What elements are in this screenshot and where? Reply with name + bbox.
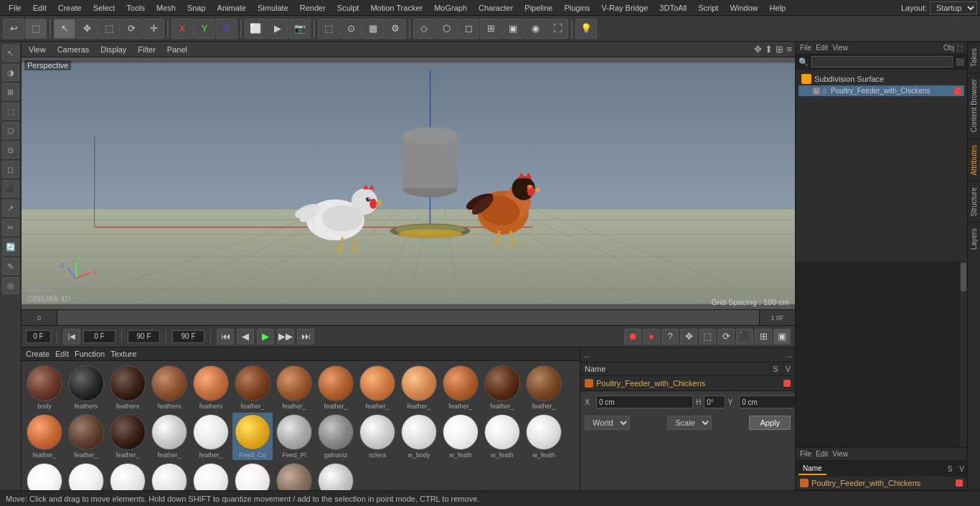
record-btn[interactable]: ⏺	[624, 329, 641, 345]
material-item-23[interactable]: w_feath	[440, 413, 481, 460]
menu-pipeline[interactable]: Pipeline	[519, 2, 558, 14]
material-item-1[interactable]: feathers	[66, 364, 106, 411]
material-item-0[interactable]: body	[24, 364, 65, 411]
scale-tool-button[interactable]: ⬚	[98, 19, 120, 39]
filter-menu[interactable]: Filter	[133, 44, 159, 55]
material-item-24[interactable]: w_feath	[482, 413, 522, 460]
vp-icon-2[interactable]: ⬆	[765, 44, 773, 55]
left-tool-6[interactable]: ⊙	[2, 141, 19, 159]
h-input[interactable]	[704, 395, 725, 408]
material-item-13[interactable]: feather_	[24, 413, 65, 460]
menu-create[interactable]: Create	[52, 2, 88, 14]
material-item-29[interactable]: w_feath	[149, 462, 189, 490]
material-item-11[interactable]: feather_	[482, 364, 522, 411]
material-item-27[interactable]: w_feath	[66, 462, 106, 490]
menu-simulate[interactable]: Simulate	[252, 2, 294, 14]
menu-snap[interactable]: Snap	[182, 2, 212, 14]
object-search-input[interactable]	[811, 56, 953, 67]
goto-end-btn[interactable]: ⏭	[297, 329, 314, 345]
scene-btn-1[interactable]: ◇	[413, 19, 435, 39]
scene-btn-7[interactable]: ⛶	[547, 19, 568, 39]
end-frame-input[interactable]	[128, 330, 160, 343]
menu-edit[interactable]: Edit	[27, 2, 52, 14]
left-tool-9[interactable]: ↗	[2, 200, 19, 217]
transport-rot-btn[interactable]: ⟳	[717, 329, 735, 345]
material-item-12[interactable]: feather_	[524, 364, 564, 411]
attr-tab-name[interactable]: Name	[798, 463, 826, 475]
material-item-32[interactable]: feather_	[274, 462, 314, 490]
material-item-7[interactable]: feather_	[316, 364, 356, 411]
rpanel-edit[interactable]: Edit	[816, 44, 828, 52]
transport-scale-btn[interactable]: ⬚	[699, 329, 716, 345]
material-item-20[interactable]: galvaniz	[316, 413, 356, 460]
vp-icon-3[interactable]: ⊞	[776, 44, 783, 55]
vp-icon-4[interactable]: ≡	[786, 44, 792, 55]
side-tab-takes[interactable]: Takes	[968, 42, 980, 72]
material-item-21[interactable]: sclera	[357, 413, 397, 460]
light-button[interactable]: 💡	[575, 19, 597, 39]
render-to-picture-button[interactable]: ▦	[362, 19, 384, 39]
rpanel2-edit[interactable]: Edit	[816, 450, 828, 458]
left-tool-8[interactable]: ⬛	[2, 180, 19, 197]
render-settings-button[interactable]: ⚙	[385, 19, 406, 39]
render-region-button[interactable]: ⬚	[318, 19, 339, 39]
material-item-4[interactable]: feathers	[191, 364, 231, 411]
scene-btn-2[interactable]: ⬡	[435, 19, 457, 39]
transport-param-btn[interactable]: ⬛	[736, 329, 753, 345]
menu-help[interactable]: Help	[764, 2, 792, 14]
material-item-3[interactable]: feathers	[149, 364, 189, 411]
menu-render[interactable]: Render	[294, 2, 331, 14]
material-item-18[interactable]: Feed_Co	[232, 413, 273, 460]
material-item-22[interactable]: w_body	[399, 413, 439, 460]
left-tool-7[interactable]: ◻	[2, 161, 19, 178]
material-item-9[interactable]: feather_	[399, 364, 439, 411]
material-item-31[interactable]: feather_	[232, 462, 273, 490]
menu-window[interactable]: Window	[724, 2, 763, 14]
material-item-15[interactable]: feather_	[108, 413, 148, 460]
menu-mesh[interactable]: Mesh	[151, 2, 182, 14]
material-item-8[interactable]: feather_	[357, 364, 397, 411]
rpanel2-file[interactable]: File	[800, 450, 811, 458]
undo-button[interactable]: ↩	[3, 19, 24, 39]
cube-button[interactable]: ⬜	[245, 19, 266, 39]
material-item-30[interactable]: w_feath	[191, 462, 231, 490]
goto-next-btn[interactable]: ▶▶	[277, 329, 294, 345]
mat-edit-menu[interactable]: Edit	[55, 350, 69, 358]
scene-btn-3[interactable]: ◻	[458, 19, 479, 39]
left-tool-1[interactable]: ↖	[2, 44, 19, 62]
menu-script[interactable]: Script	[692, 2, 724, 14]
world-select[interactable]: World	[585, 416, 630, 430]
menu-tools[interactable]: Tools	[121, 2, 151, 14]
side-tab-attributes[interactable]: Attributes	[968, 139, 980, 181]
timeline[interactable]: 0 // Will be populated by inline script …	[22, 309, 795, 325]
rotate-tool-button[interactable]: ⟳	[121, 19, 142, 39]
left-tool-2[interactable]: ◑	[2, 64, 19, 81]
left-tool-12[interactable]: ✎	[2, 258, 19, 275]
cameras-menu[interactable]: Cameras	[53, 44, 94, 55]
material-item-5[interactable]: feather_	[232, 364, 273, 411]
rpanel-scrollbar[interactable]	[796, 261, 967, 447]
help-btn[interactable]: ?	[661, 329, 679, 345]
transport-move-btn[interactable]: ✥	[680, 329, 697, 345]
menu-motion-tracker[interactable]: Motion Tracker	[364, 2, 428, 14]
x-pos-input[interactable]	[596, 395, 693, 408]
material-item-19[interactable]: Feed_Pl	[274, 413, 314, 460]
mat-function-menu[interactable]: Function	[75, 350, 105, 358]
rpanel-view[interactable]: View	[832, 44, 848, 52]
y-pos-input[interactable]	[739, 395, 795, 408]
rpanel-obj[interactable]: Obj ⬚	[943, 44, 963, 52]
manip-tool-button[interactable]: ✛	[143, 19, 164, 39]
left-tool-11[interactable]: 🔄	[2, 238, 19, 256]
timeline-ruler[interactable]: // Will be populated by inline script be…	[57, 310, 759, 326]
rpanel-file[interactable]: File	[800, 44, 811, 52]
mat-create-menu[interactable]: Create	[26, 350, 50, 358]
side-tab-structure[interactable]: Structure	[968, 181, 980, 222]
material-item-6[interactable]: feather_	[274, 364, 314, 411]
current-frame-input[interactable]	[83, 330, 116, 343]
play-btn[interactable]: ▶	[257, 329, 274, 345]
material-item-17[interactable]: feather_	[191, 413, 231, 460]
viewport[interactable]: X Y Z	[22, 57, 795, 309]
tree-item-subdivision[interactable]: ⬚ Subdivision Surface	[798, 72, 964, 85]
total-frame-input[interactable]	[172, 330, 204, 343]
menu-animate[interactable]: Animate	[212, 2, 252, 14]
